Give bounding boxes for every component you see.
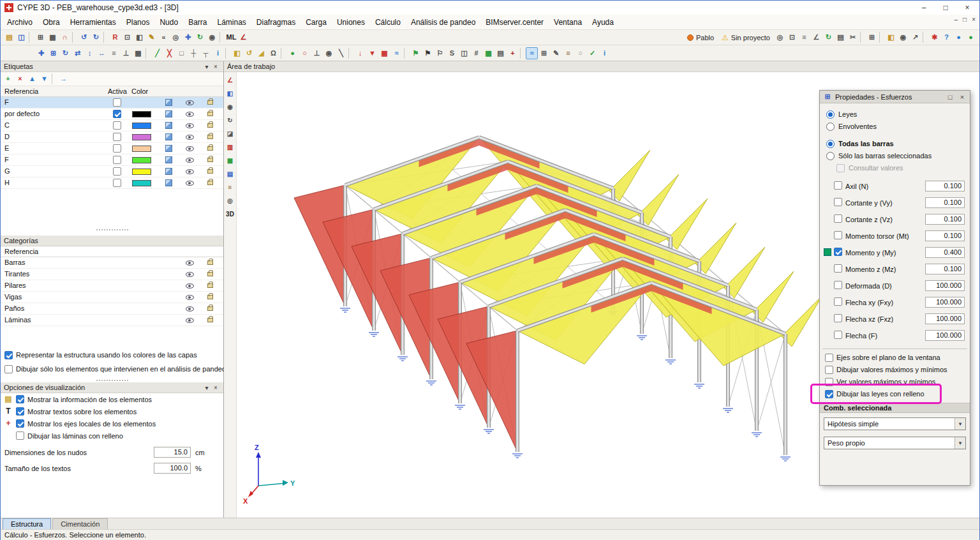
force-checkbox[interactable] bbox=[834, 214, 842, 223]
force-value-input[interactable]: 0.100 bbox=[925, 230, 965, 241]
mirror-icon[interactable]: ⇄ bbox=[71, 47, 84, 59]
menu-item[interactable]: Análisis de pandeo bbox=[406, 15, 480, 29]
new-node-icon[interactable]: ● bbox=[286, 47, 299, 59]
orbit-view-icon[interactable]: ↻ bbox=[194, 31, 206, 43]
hinge-icon[interactable]: ◉ bbox=[323, 47, 335, 59]
buckling-flag-dark-icon[interactable]: ⚑ bbox=[422, 47, 434, 59]
lock-icon[interactable] bbox=[207, 318, 213, 322]
lock-icon[interactable] bbox=[207, 272, 213, 276]
toolbar-icon[interactable] bbox=[404, 48, 408, 59]
toolbar-icon[interactable] bbox=[103, 32, 108, 43]
category-row[interactable]: Pilares bbox=[1, 280, 223, 292]
option-row[interactable]: Dibujar las leyes con relleno bbox=[825, 389, 970, 401]
force-checkbox[interactable] bbox=[834, 248, 842, 256]
menu-item[interactable]: Obra bbox=[38, 15, 65, 29]
color-swatch[interactable] bbox=[132, 180, 151, 186]
lock-icon[interactable] bbox=[207, 306, 213, 311]
table-row[interactable]: F bbox=[1, 97, 223, 109]
chevron-down-icon[interactable]: ▾ bbox=[954, 437, 965, 449]
distributed-load-icon[interactable]: ▼ bbox=[366, 47, 378, 59]
close-icon[interactable]: × bbox=[211, 384, 220, 391]
display-option-row[interactable]: T Mostrar textos sobre los elementos bbox=[1, 406, 223, 418]
force-value-input[interactable]: 0.100 bbox=[925, 264, 965, 274]
eye-icon[interactable] bbox=[186, 181, 194, 186]
cube-icon[interactable] bbox=[165, 110, 172, 117]
toolbar-icon[interactable] bbox=[520, 48, 524, 59]
force-checkbox[interactable] bbox=[834, 181, 842, 190]
menu-item[interactable]: Barra bbox=[183, 15, 212, 29]
sheet-icon[interactable]: ▤ bbox=[225, 167, 236, 181]
glue-icon[interactable]: ◫ bbox=[458, 47, 470, 59]
collapse-icon[interactable]: ▾ bbox=[202, 384, 211, 391]
toolbar-icon[interactable] bbox=[860, 32, 865, 43]
bim-sync-icon[interactable]: ● bbox=[953, 31, 965, 43]
palette-title-bar[interactable]: ⊞ Propiedades - Esfuerzos □ × bbox=[820, 91, 970, 103]
toolbar-icon[interactable] bbox=[145, 48, 150, 59]
color-swatch[interactable] bbox=[132, 123, 151, 129]
table-row[interactable]: D bbox=[1, 131, 223, 143]
delete-label-icon[interactable]: × bbox=[14, 73, 26, 85]
option-checkbox[interactable] bbox=[16, 419, 24, 428]
tie-rod-icon[interactable]: ╲ bbox=[335, 47, 347, 59]
active-checkbox[interactable] bbox=[113, 179, 121, 187]
support-icon[interactable]: ⊥ bbox=[311, 47, 323, 59]
delete-node-icon[interactable]: ○ bbox=[299, 47, 311, 59]
menu-item[interactable]: Ayuda bbox=[587, 15, 619, 29]
splitter-handle[interactable] bbox=[96, 229, 128, 230]
forces-table-icon[interactable]: ⊞ bbox=[538, 47, 550, 59]
menu-item[interactable]: Nudo bbox=[154, 15, 183, 29]
export-view-icon[interactable]: ↗ bbox=[909, 31, 921, 43]
view-cube-icon[interactable]: ◧ bbox=[225, 87, 236, 100]
search-icon[interactable]: ◎ bbox=[170, 31, 182, 43]
local-axes-toggle-icon[interactable]: + bbox=[507, 47, 519, 59]
toolbar-icon[interactable] bbox=[348, 48, 353, 59]
snap-grid-icon[interactable]: ▦ bbox=[132, 47, 144, 59]
web-icon[interactable]: ● bbox=[965, 31, 977, 43]
orbit-icon[interactable]: ↻ bbox=[225, 114, 236, 127]
cube-icon[interactable] bbox=[165, 156, 172, 163]
ml-icon[interactable]: ML bbox=[225, 31, 237, 43]
rotate-section-icon[interactable]: ↺ bbox=[243, 47, 255, 59]
table-row[interactable]: C bbox=[1, 120, 223, 131]
collapse-icon[interactable]: ▾ bbox=[202, 63, 211, 70]
haunch-icon[interactable]: ◢ bbox=[255, 47, 267, 59]
layer-manager-icon[interactable]: ≡ bbox=[562, 47, 574, 59]
delete-bar-icon[interactable]: ╳ bbox=[163, 47, 175, 59]
toolbar-icon[interactable] bbox=[879, 32, 884, 43]
table-row[interactable]: G bbox=[1, 166, 223, 177]
buckling-length-icon[interactable]: S bbox=[446, 47, 458, 59]
table-row[interactable]: por defecto bbox=[1, 109, 223, 120]
option-checkbox[interactable] bbox=[16, 407, 24, 416]
menu-item[interactable]: Archivo bbox=[2, 15, 38, 29]
section-box-icon[interactable]: ◪ bbox=[225, 127, 236, 140]
eye-icon[interactable] bbox=[186, 306, 194, 311]
eye-icon[interactable] bbox=[186, 169, 194, 174]
blocks-icon[interactable]: ⊞ bbox=[34, 31, 47, 43]
report-icon[interactable]: ▤ bbox=[835, 31, 847, 43]
lock-icon[interactable] bbox=[207, 181, 213, 185]
info-icon[interactable]: i bbox=[598, 47, 611, 59]
force-value-input[interactable]: 100.000 bbox=[925, 330, 965, 341]
buckling-flag-icon[interactable]: ⚑ bbox=[410, 47, 422, 59]
radio-solo-seleccionadas[interactable]: Sólo las barras seleccionadas bbox=[820, 150, 970, 161]
check-icon[interactable]: ✓ bbox=[586, 47, 598, 59]
active-checkbox[interactable] bbox=[113, 110, 121, 118]
chart-icon[interactable]: ▥ bbox=[225, 140, 236, 154]
mesh-icon[interactable]: ▦ bbox=[225, 154, 236, 167]
lock-icon[interactable] bbox=[207, 123, 213, 128]
table-row[interactable]: F bbox=[1, 154, 223, 166]
radio-envolventes[interactable]: Envolventes bbox=[820, 121, 970, 132]
toolbar-icon[interactable] bbox=[225, 48, 230, 59]
cube-icon[interactable] bbox=[165, 122, 172, 129]
scale-icon[interactable]: ↕ bbox=[84, 47, 96, 59]
display-option-row[interactable]: ▤ Mostrar la información de los elemento… bbox=[1, 394, 223, 406]
value-input[interactable]: 100.0 bbox=[154, 463, 191, 474]
option-checkbox[interactable] bbox=[825, 390, 833, 398]
eye-icon[interactable] bbox=[186, 123, 194, 128]
pan-icon[interactable]: ✚ bbox=[182, 31, 194, 43]
cube-icon[interactable] bbox=[165, 133, 172, 140]
move-down-icon[interactable]: ▼ bbox=[38, 73, 50, 85]
eye-icon[interactable] bbox=[186, 100, 194, 105]
paint-icon[interactable]: ✎ bbox=[145, 31, 158, 43]
option-checkbox[interactable] bbox=[4, 351, 13, 359]
